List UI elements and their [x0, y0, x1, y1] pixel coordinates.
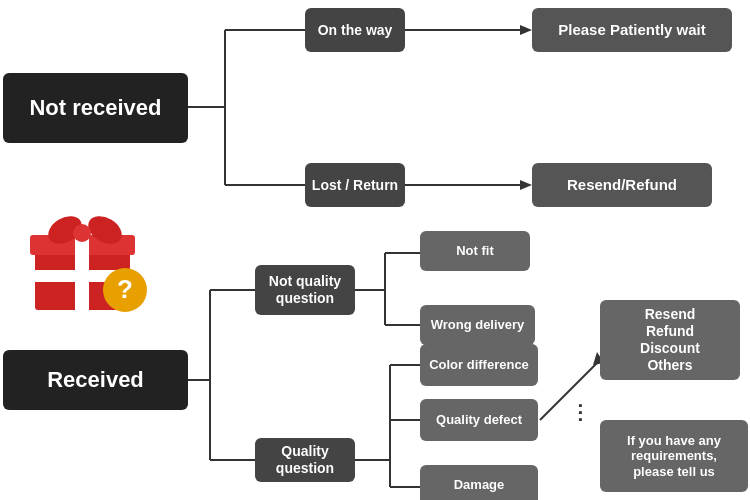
svg-marker-7	[520, 180, 532, 190]
svg-marker-4	[520, 25, 532, 35]
received-node: Received	[3, 350, 188, 410]
wrong-delivery-node: Wrong delivery	[420, 305, 535, 345]
on-the-way-node: On the way	[305, 8, 405, 52]
quality-question-node: Quality question	[255, 438, 355, 482]
requirements-node: If you have any requirements, please tel…	[600, 420, 748, 492]
not-quality-node: Not quality question	[255, 265, 355, 315]
lost-return-node: Lost / Return	[305, 163, 405, 207]
svg-rect-26	[75, 255, 89, 310]
flowchart-diagram: Not received On the way Please Patiently…	[0, 0, 750, 500]
resend-refund-top-node: Resend/Refund	[532, 163, 712, 207]
ellipsis-dots: ⋮	[570, 400, 592, 424]
please-wait-node: Please Patiently wait	[532, 8, 732, 52]
not-received-node: Not received	[3, 73, 188, 143]
not-fit-node: Not fit	[420, 231, 530, 271]
damage-node: Damage	[420, 465, 538, 500]
color-difference-node: Color difference	[420, 344, 538, 386]
svg-text:?: ?	[117, 274, 133, 304]
resend-refund-discount-node: Resend Refund Discount Others	[600, 300, 740, 380]
gift-icon: ?	[20, 195, 150, 315]
svg-point-30	[73, 224, 91, 242]
quality-defect-node: Quality defect	[420, 399, 538, 441]
